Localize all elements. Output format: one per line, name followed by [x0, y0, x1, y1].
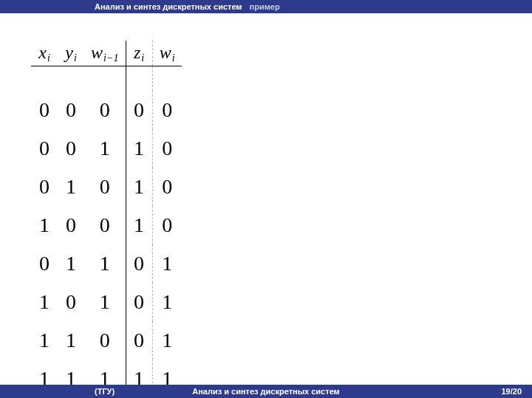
cell: 1: [126, 168, 152, 206]
col-header: xi: [31, 41, 58, 66]
cell: 0: [126, 91, 152, 129]
cell: 0: [126, 321, 152, 360]
cell: 0: [152, 91, 182, 129]
cell: 1: [31, 321, 58, 360]
cell: 0: [31, 168, 58, 206]
table-row: 0 0 1 1 0: [31, 129, 182, 168]
table-row: 0 1 1 0 1: [31, 244, 182, 283]
table-row: 1 0 1 0 1: [31, 283, 182, 321]
cell: 1: [126, 129, 152, 168]
footer-page: 19/20: [501, 387, 522, 396]
header-rule: [31, 66, 182, 91]
table-row: 0 0 0 0 0: [31, 91, 182, 129]
cell: 0: [31, 91, 58, 129]
cell: 0: [84, 321, 126, 360]
cell: 0: [126, 283, 152, 321]
cell: 1: [58, 244, 84, 283]
cell: 0: [84, 206, 126, 244]
col-sub: i: [74, 52, 77, 64]
cell: 0: [152, 206, 182, 244]
cell: 1: [31, 206, 58, 244]
cell: 1: [58, 168, 84, 206]
col-var: w: [160, 43, 171, 62]
cell: 1: [84, 129, 126, 168]
cell: 0: [152, 129, 182, 168]
cell: 0: [58, 129, 84, 168]
cell: 0: [152, 168, 182, 206]
cell: 0: [84, 168, 126, 206]
slide-content: xi yi wi−1 zi wi 0: [31, 41, 182, 398]
cell: 0: [58, 206, 84, 244]
col-header: yi: [58, 41, 84, 66]
col-sub: i: [47, 52, 50, 64]
col-var: y: [65, 43, 73, 62]
col-sub: i−1: [103, 52, 118, 64]
cell: 0: [31, 244, 58, 283]
col-var: w: [91, 43, 103, 62]
cell: 1: [152, 321, 182, 360]
cell: 1: [58, 321, 84, 360]
col-var: z: [134, 43, 140, 62]
col-sub: i: [141, 52, 144, 64]
col-var: x: [38, 43, 47, 62]
footer-author: (ТГУ): [95, 387, 115, 396]
cell: 1: [31, 283, 58, 321]
footer-title: Анализ и синтез дискретных систем: [0, 387, 532, 396]
slide-title: Анализ и синтез дискретных систем: [95, 2, 242, 11]
table-row: 0 1 0 1 0: [31, 168, 182, 206]
col-header: wi−1: [84, 41, 126, 66]
cell: 0: [31, 129, 58, 168]
slide-subtitle: пример: [250, 2, 280, 11]
cell: 1: [84, 283, 126, 321]
table-header-row: xi yi wi−1 zi wi: [31, 41, 182, 66]
slide-footer: Анализ и синтез дискретных систем (ТГУ) …: [0, 385, 532, 398]
truth-table: xi yi wi−1 zi wi 0: [31, 41, 182, 398]
cell: 1: [152, 244, 182, 283]
col-header: wi: [152, 41, 182, 66]
cell: 0: [58, 91, 84, 129]
slide-header: Анализ и синтез дискретных систем пример: [0, 0, 532, 13]
cell: 0: [126, 244, 152, 283]
table-row: 1 1 0 0 1: [31, 321, 182, 360]
cell: 1: [152, 283, 182, 321]
cell: 1: [84, 244, 126, 283]
cell: 1: [126, 206, 152, 244]
cell: 0: [84, 91, 126, 129]
col-sub: i: [172, 52, 175, 64]
cell: 0: [58, 283, 84, 321]
table-row: 1 0 0 1 0: [31, 206, 182, 244]
col-header: zi: [126, 41, 152, 66]
